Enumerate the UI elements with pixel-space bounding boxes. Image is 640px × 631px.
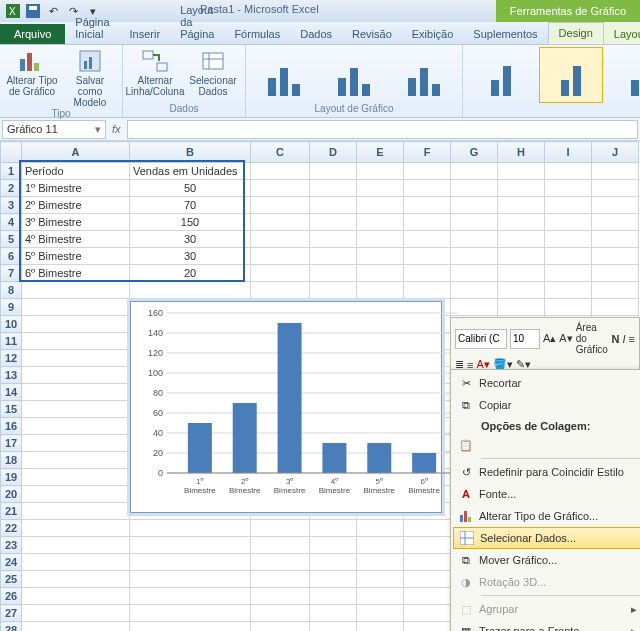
- mini-toolbar[interactable]: A▴ A▾ Área do Gráfico N I ≡ ≣ ≡ A▾ 🪣▾ ✎▾: [450, 317, 640, 376]
- menu-cut[interactable]: ✂Recortar: [453, 372, 640, 394]
- context-menu: ✂Recortar ⧉Copiar Opções de Colagem: 📋 ↺…: [450, 369, 640, 631]
- svg-text:60: 60: [153, 408, 163, 418]
- tab-home[interactable]: Página Inicial: [65, 12, 119, 44]
- embedded-chart[interactable]: 0204060801001201401601ºBimestre2ºBimestr…: [130, 301, 442, 513]
- group-label-estilos: Estilos de Gráfico: [469, 103, 640, 115]
- worksheet[interactable]: ABCDEFGHIJ1PeríodoVendas em Unidades21º …: [0, 141, 640, 631]
- menu-paste-option[interactable]: 📋: [453, 434, 640, 456]
- menu-reset-style[interactable]: ↺Redefinir para Coincidir Estilo: [453, 461, 640, 483]
- size-combo[interactable]: [510, 329, 540, 349]
- svg-text:2º: 2º: [241, 477, 248, 486]
- tab-view[interactable]: Exibição: [402, 24, 464, 44]
- tab-data[interactable]: Dados: [290, 24, 342, 44]
- svg-text:80: 80: [153, 388, 163, 398]
- menu-select-data[interactable]: Selecionar Dados...: [453, 527, 640, 549]
- svg-text:100: 100: [148, 368, 163, 378]
- name-box[interactable]: Gráfico 11▾: [2, 120, 106, 139]
- bold-icon[interactable]: N: [612, 333, 620, 345]
- paste-options-header: Opções de Colagem:: [453, 416, 640, 434]
- svg-text:3º: 3º: [286, 477, 293, 486]
- chart-icon: [453, 509, 479, 523]
- tab-layout[interactable]: Layout: [604, 24, 640, 44]
- font-combo[interactable]: [455, 329, 507, 349]
- svg-text:120: 120: [148, 348, 163, 358]
- change-chart-type-button[interactable]: Alterar Tipo de Gráfico: [6, 47, 58, 97]
- svg-rect-5: [27, 53, 32, 71]
- grow-font-icon[interactable]: A▴: [543, 332, 556, 345]
- shrink-font-icon[interactable]: A▾: [559, 332, 572, 345]
- svg-text:Bimestre: Bimestre: [364, 486, 396, 495]
- grid-icon: [454, 531, 480, 545]
- menu-3d-rotation: ◑Rotação 3D...: [453, 571, 640, 593]
- svg-rect-45: [367, 443, 391, 473]
- style-thumb[interactable]: [469, 47, 533, 103]
- tab-design[interactable]: Design: [548, 22, 604, 44]
- svg-rect-11: [157, 63, 167, 71]
- svg-text:Bimestre: Bimestre: [274, 486, 306, 495]
- menu-copy[interactable]: ⧉Copiar: [453, 394, 640, 416]
- svg-text:Bimestre: Bimestre: [408, 486, 440, 495]
- svg-rect-42: [322, 443, 346, 473]
- select-data-button[interactable]: Selecionar Dados: [187, 47, 239, 97]
- svg-rect-10: [143, 51, 153, 59]
- chart-type-icon: [16, 47, 48, 75]
- copy-icon: ⧉: [453, 399, 479, 412]
- tab-review[interactable]: Revisão: [342, 24, 402, 44]
- save-icon[interactable]: [24, 2, 42, 20]
- italic-icon[interactable]: I: [623, 333, 626, 345]
- style-thumb[interactable]: [609, 47, 640, 103]
- ribbon-tabs: Arquivo Página Inicial Inserir Layout da…: [0, 22, 640, 45]
- separator: [481, 458, 640, 459]
- switch-row-column-button[interactable]: Alternar Linha/Coluna: [129, 47, 181, 97]
- svg-text:40: 40: [153, 428, 163, 438]
- reset-icon: ↺: [453, 466, 479, 479]
- menu-change-chart-type[interactable]: Alterar Tipo de Gráfico...: [453, 505, 640, 527]
- svg-rect-48: [412, 453, 436, 473]
- save-as-template-button[interactable]: Salvar como Modelo: [64, 47, 116, 108]
- style-thumb[interactable]: [539, 47, 603, 103]
- group-label-layout: Layout de Gráfico: [252, 103, 456, 115]
- font-icon: A: [453, 488, 479, 500]
- tab-addins[interactable]: Suplementos: [463, 24, 547, 44]
- menu-font[interactable]: AFonte...: [453, 483, 640, 505]
- context-tab-group: Ferramentas de Gráfico: [496, 0, 640, 22]
- switch-icon: [139, 47, 171, 75]
- tab-insert[interactable]: Inserir: [120, 24, 171, 44]
- menu-move-chart[interactable]: ⧉Mover Gráfico...: [453, 549, 640, 571]
- fx-icon[interactable]: fx: [112, 123, 121, 135]
- svg-rect-3: [29, 6, 37, 10]
- layout-thumb[interactable]: [392, 47, 456, 103]
- menu-bring-front[interactable]: ▦Trazer para a Frente▸: [453, 620, 640, 631]
- group-label-dados: Dados: [129, 103, 239, 115]
- svg-rect-9: [89, 57, 92, 69]
- tab-formulas[interactable]: Fórmulas: [224, 24, 290, 44]
- svg-rect-36: [233, 403, 257, 473]
- align-left-icon[interactable]: ≡: [629, 333, 635, 345]
- clipboard-icon: 📋: [453, 439, 479, 452]
- separator: [481, 595, 640, 596]
- excel-icon: X: [4, 2, 22, 20]
- svg-rect-12: [203, 53, 223, 69]
- ribbon: Alterar Tipo de Gráfico Salvar como Mode…: [0, 45, 640, 118]
- svg-text:X: X: [9, 6, 16, 17]
- svg-text:140: 140: [148, 328, 163, 338]
- svg-text:5º: 5º: [376, 477, 383, 486]
- svg-rect-6: [34, 63, 39, 71]
- svg-rect-53: [464, 511, 467, 522]
- front-icon: ▦: [453, 625, 479, 632]
- shape-selector[interactable]: Área do Gráfico: [576, 322, 609, 355]
- layout-thumb[interactable]: [322, 47, 386, 103]
- svg-text:160: 160: [148, 308, 163, 318]
- undo-icon[interactable]: ↶: [44, 2, 62, 20]
- template-icon: [74, 47, 106, 75]
- svg-rect-54: [468, 517, 471, 522]
- tab-file[interactable]: Arquivo: [0, 24, 65, 44]
- window-title: Pasta1 - Microsoft Excel: [200, 3, 319, 15]
- formula-bar[interactable]: [127, 120, 638, 139]
- svg-text:Bimestre: Bimestre: [184, 486, 216, 495]
- svg-rect-33: [188, 423, 212, 473]
- svg-rect-8: [84, 61, 87, 69]
- svg-text:4º: 4º: [331, 477, 338, 486]
- svg-text:Bimestre: Bimestre: [319, 486, 351, 495]
- layout-thumb[interactable]: [252, 47, 316, 103]
